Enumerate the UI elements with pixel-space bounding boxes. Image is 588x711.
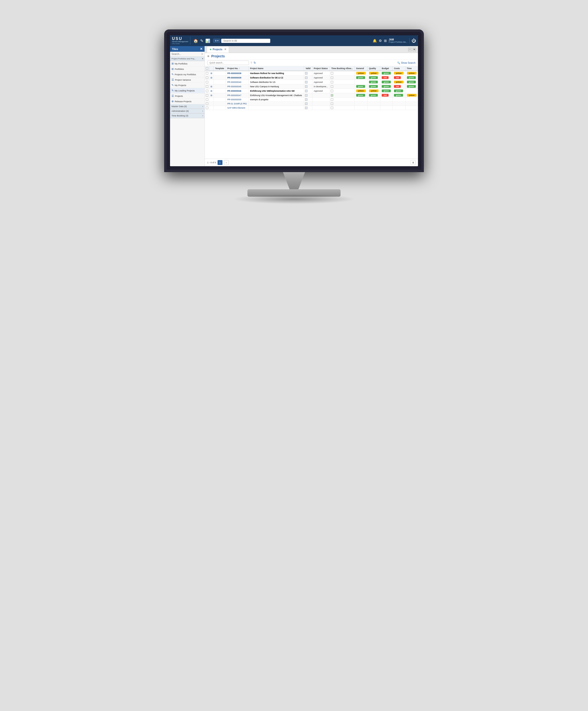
table-cell bbox=[312, 93, 330, 98]
sidebar-collapse-administration[interactable]: Administration (6) › bbox=[170, 109, 205, 113]
sidebar-search-close[interactable]: ✕ bbox=[201, 53, 203, 56]
table-cell: green bbox=[392, 89, 405, 93]
col-project-no[interactable]: Project No. ↑ bbox=[226, 66, 248, 71]
sidebar-item-my-projects-label: My Projects bbox=[175, 84, 186, 87]
row-icon-cell bbox=[209, 102, 213, 106]
table-row[interactable]: ⊞PR-000000038Hardware Rollout for new bu… bbox=[205, 71, 418, 76]
show-search-button[interactable]: 🔍 Show Search bbox=[397, 62, 415, 64]
table-row[interactable]: ⊞PR-000000047Einführung USU Knowledge Ma… bbox=[205, 93, 418, 98]
header-checkbox[interactable] bbox=[206, 67, 208, 70]
col-costs: Costs bbox=[392, 66, 405, 71]
row-checkbox[interactable] bbox=[206, 85, 208, 88]
search-refresh-icon[interactable]: ↻ bbox=[254, 61, 256, 64]
tab-window-controls: □ ⧉ bbox=[408, 48, 416, 51]
release-projects-icon: ⊕ bbox=[172, 100, 174, 103]
page-1-button[interactable]: 1 bbox=[218, 160, 223, 165]
time-booking-cell bbox=[330, 106, 355, 110]
time-cell: yellow bbox=[405, 71, 418, 76]
tab-close-icon[interactable]: ✕ bbox=[224, 48, 226, 51]
screen-content: USU Service Management USU GmbH 🏠 ✎ 📊 ⊛ bbox=[170, 35, 418, 166]
sidebar-item-projects[interactable]: ☰ Projects bbox=[170, 93, 205, 99]
sidebar-collapse-time-booking[interactable]: Time Booking (3) › bbox=[170, 113, 205, 118]
row-icon-cell bbox=[209, 98, 213, 102]
export-icon[interactable]: ⬆ bbox=[411, 160, 415, 165]
sidebar-collapse-master-data[interactable]: Master Data (6) › bbox=[170, 104, 205, 109]
sidebar-category-portfolios[interactable]: Project Portfolios and Proj... ▾ bbox=[170, 57, 205, 61]
time-cell: green bbox=[405, 84, 418, 89]
project-name-cell: Software distribution for DE & CZ bbox=[248, 76, 304, 80]
sidebar-item-release-projects[interactable]: ⊕ Release-Projects bbox=[170, 99, 205, 104]
maximize-icon[interactable]: □ bbox=[408, 48, 412, 51]
search-help-icon[interactable]: ? bbox=[250, 61, 252, 65]
logo-usu: USU bbox=[172, 37, 188, 41]
table-row[interactable]: PR-000000000esempio di progetto bbox=[205, 98, 418, 102]
row-checkbox[interactable] bbox=[206, 98, 208, 101]
sidebar-item-my-leading-projects[interactable]: ✎ My Leading Projects bbox=[170, 88, 205, 93]
settings-icon[interactable]: ⚙ bbox=[379, 39, 382, 43]
sidebar-item-project-variance[interactable]: ☰ Project Variance bbox=[170, 77, 205, 83]
table-cell: Approved bbox=[312, 71, 330, 76]
global-search-input[interactable] bbox=[221, 39, 270, 43]
projects-tab[interactable]: ★ Projects ✕ bbox=[207, 46, 229, 53]
pagination-info: 1 - 9 of 9 bbox=[207, 161, 216, 164]
page-next-button[interactable]: › bbox=[224, 160, 229, 165]
table-cell bbox=[367, 102, 380, 106]
table-row[interactable]: ⊞PR-000000046Einführung USU SM/Implement… bbox=[205, 89, 418, 93]
table-row[interactable]: PR-01 SAMPLE PRJ bbox=[205, 102, 418, 106]
chart-icon[interactable]: 📊 bbox=[205, 39, 210, 43]
table-row[interactable]: ⊞PR-000000039Software distribution for D… bbox=[205, 76, 418, 80]
col-project-status: Project Status bbox=[312, 66, 330, 71]
time-cell: green bbox=[405, 76, 418, 80]
sidebar-close-icon[interactable]: ✕ bbox=[200, 47, 203, 51]
row-checkbox[interactable] bbox=[206, 72, 208, 74]
search-scope-dropdown[interactable]: ⊛ ▾ bbox=[213, 39, 220, 43]
topbar: USU Service Management USU GmbH 🏠 ✎ 📊 ⊛ bbox=[170, 35, 418, 46]
sidebar-item-projects-my-portfolios[interactable]: ✎ Projects my Portfolios bbox=[170, 72, 205, 77]
row-checkbox-cell bbox=[205, 93, 209, 98]
home-icon[interactable]: 🏠 bbox=[193, 39, 198, 43]
hamburger-menu-icon[interactable]: ≡ bbox=[207, 54, 209, 58]
table-cell: red bbox=[380, 93, 392, 98]
notifications-icon[interactable]: 🔔 bbox=[372, 39, 377, 43]
col-budget: Budget bbox=[380, 66, 392, 71]
row-checkbox[interactable] bbox=[206, 77, 208, 79]
sidebar-search-input[interactable] bbox=[172, 53, 200, 56]
table-row[interactable]: PR-000000040Software distribution for US… bbox=[205, 80, 418, 84]
sidebar-item-my-portfolios[interactable]: ⊞ My Portfolios bbox=[170, 61, 205, 66]
project-name-cell: Software distribution for US bbox=[248, 80, 304, 84]
row-icon-cell: ⊞ bbox=[209, 84, 213, 89]
table-cell bbox=[213, 89, 226, 93]
restore-icon[interactable]: ⧉ bbox=[412, 48, 416, 51]
project-no-cell: PR-000000039 bbox=[226, 76, 248, 80]
valid-cell bbox=[304, 106, 312, 110]
table-cell bbox=[213, 98, 226, 102]
table-cell bbox=[312, 102, 330, 106]
row-checkbox[interactable] bbox=[206, 103, 208, 105]
sidebar-item-portfolios[interactable]: ⊞ Portfolios bbox=[170, 66, 205, 72]
project-name-cell: Einführung USU SM/Implementation USU SM bbox=[248, 89, 304, 93]
row-checkbox[interactable] bbox=[206, 94, 208, 96]
sidebar-item-my-leading-projects-label: My Leading Projects bbox=[175, 89, 195, 92]
time-booking-cell bbox=[330, 84, 355, 89]
table-cell: Approved bbox=[312, 76, 330, 80]
sidebar-item-my-projects[interactable]: ✎ My Projects bbox=[170, 83, 205, 88]
table-cell bbox=[392, 102, 405, 106]
row-checkbox[interactable] bbox=[206, 81, 208, 83]
logout-icon[interactable]: ⏻ bbox=[409, 38, 416, 43]
monitor: USU Service Management USU GmbH 🏠 ✎ 📊 ⊛ bbox=[164, 29, 424, 204]
grid-icon[interactable]: ⊞ bbox=[384, 39, 387, 43]
row-checkbox[interactable] bbox=[206, 90, 208, 92]
table-cell bbox=[312, 106, 330, 110]
col-template: Template bbox=[213, 66, 226, 71]
table-row[interactable]: ⊞PR-000000045New USU Campus in HamburgIn… bbox=[205, 84, 418, 89]
quick-search-input[interactable] bbox=[207, 61, 249, 65]
project-no-cell: SAP-WBS-Element bbox=[226, 106, 248, 110]
table-cell: yellow bbox=[392, 80, 405, 84]
table-cell: yellow bbox=[355, 89, 367, 93]
master-data-arrow: › bbox=[202, 105, 203, 108]
edit-icon[interactable]: ✎ bbox=[200, 39, 203, 43]
table-row[interactable]: SAP-WBS-Element bbox=[205, 106, 418, 110]
time-booking-arrow: › bbox=[202, 114, 203, 117]
valid-cell bbox=[304, 76, 312, 80]
row-checkbox[interactable] bbox=[206, 107, 208, 109]
